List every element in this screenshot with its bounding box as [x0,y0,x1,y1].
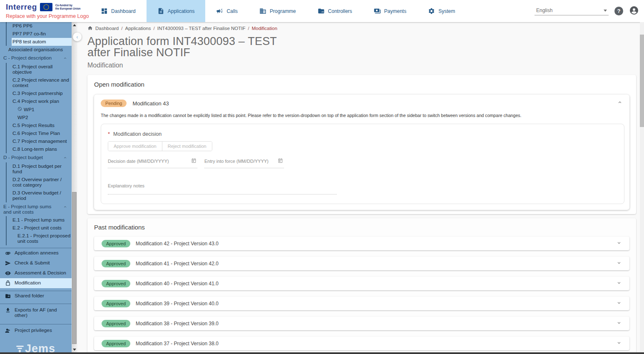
chevron-down-icon[interactable] [616,240,622,247]
download-icon [5,307,11,313]
sidebar-item-e2[interactable]: E.2 - Project unit costs [12,224,72,232]
nav-programme[interactable]: Programme [249,0,307,22]
programme-logo: Interreg Co-funded bythe European Union … [0,0,90,22]
sidebar-section-d-header[interactable]: D - Project budget [0,153,72,162]
system-icon [428,7,435,15]
modification-row[interactable]: Approved Modification 42 - Project Versi… [94,237,629,250]
required-marker: * [108,131,110,137]
status-badge-approved: Approved [102,280,130,287]
sidebar-item-d2[interactable]: D.2 Overview partner / cost category [12,176,72,189]
sidebar-item-c3[interactable]: C.3 Project partnership [12,90,72,97]
reject-modification-button[interactable]: Reject modification [162,142,212,151]
sidebar-item-exports[interactable]: Exports for AF (and other) [0,304,72,322]
breadcrumb-dashboard[interactable]: Dashboard [95,26,119,31]
modification-row[interactable]: Approved Modification 40 - Project Versi… [94,277,629,290]
modification-43-header[interactable]: Pending Modification 43 [101,100,623,107]
sidebar-item-e1[interactable]: E.1 - Project lump sums [12,216,72,224]
collapse-panel-icon[interactable] [617,100,623,107]
partner-group: PP6 PP6 PP7 PP7 co-fin PP8 test autom [6,22,72,46]
sidebar-collapse-button[interactable]: ‹ [73,32,82,41]
sidebar-item-wp1[interactable]: WP1 [12,105,72,114]
top-bar: Interreg Co-funded bythe European Union … [0,0,644,22]
chevron-down-icon[interactable] [616,300,622,307]
home-icon[interactable] [87,25,93,31]
page-subtitle: Modification [87,62,636,69]
sidebar-item-c2[interactable]: C.2 Project relevance and context [12,76,72,90]
sidebar-item-c7[interactable]: C.7 Project management [12,137,72,145]
nav-applications[interactable]: Applications [147,0,206,22]
eu-cofunded-label: Co-funded bythe European Union [55,4,81,10]
sidebar-item-application-annexes[interactable]: Application annexes [0,248,72,258]
sidebar-section-e-header[interactable]: E - Project lump sums and unit costs [0,202,72,216]
sidebar-item-e21[interactable]: E.2.1 - Project proposed unit costs [12,232,72,245]
status-badge-pending: Pending [101,100,127,107]
calendar-icon[interactable] [278,157,283,165]
status-badge-approved: Approved [102,300,130,307]
sidebar-scrollbar[interactable] [72,22,77,352]
sidebar-item-c8[interactable]: C.8 Long-term plans [12,145,72,153]
calendar-icon[interactable] [191,157,196,165]
dashboard-icon [101,7,108,15]
sidebar-item-c4[interactable]: C.4 Project work plan [12,97,72,105]
nav-dashboard[interactable]: Dashboard [90,0,147,22]
entry-into-force-field[interactable]: Entry into force (MM/DD/YYYY) [204,157,284,168]
lock-icon [5,280,11,286]
modification-row[interactable]: Approved Modification 41 - Project Versi… [94,257,629,270]
chevron-down-icon[interactable] [616,320,622,327]
chevron-down-icon[interactable] [616,280,622,287]
attachment-icon [5,250,11,256]
status-badge-approved: Approved [102,320,130,327]
send-icon [5,260,11,266]
sidebar-item-pp8[interactable]: PP8 test autom [12,38,72,46]
sidebar-item-associated-organisations[interactable]: Associated organisations [0,46,72,54]
nav-payments[interactable]: Payments [363,0,417,22]
folder-icon [5,293,11,299]
nav-system[interactable]: System [417,0,466,22]
sidebar-item-check-submit[interactable]: Check & Submit [0,258,72,268]
modification-row[interactable]: Approved Modification 37 - Project Versi… [94,337,629,350]
open-modification-heading: Open modification [94,81,629,88]
approve-modification-button[interactable]: Approve modification [108,142,162,151]
chevron-down-icon[interactable] [616,260,622,267]
decision-date-field[interactable]: Decision date (MM/DD/YYYY) [108,157,197,168]
status-badge-approved: Approved [102,260,130,267]
sidebar-item-c1[interactable]: C.1 Project overall objective [12,63,72,76]
modification-decision-box: *Modification decision Approve modificat… [101,124,624,204]
sidebar-scrollbar-thumb[interactable] [72,192,77,344]
breadcrumb-modification[interactable]: Modification [252,26,277,31]
nav-controllers[interactable]: Controllers [307,0,363,22]
sidebar-section-c-header[interactable]: C - Project description [0,54,72,63]
sidebar-item-d3[interactable]: D.3 Overview budget / period [12,189,72,202]
sidebar-item-project-privileges[interactable]: Project privileges [0,324,72,336]
help-icon[interactable]: ? [614,7,623,15]
modification-row[interactable]: Approved Modification 39 - Project Versi… [94,297,629,310]
sidebar-item-d1[interactable]: D.1 Project budget per fund [12,162,72,176]
main-content: Dashboard / Applications / INT4300093 – … [77,22,640,352]
past-modifications-heading: Past modifications [94,224,629,231]
breadcrumb-project[interactable]: INT4300093 – TEST after Finalise NOTIF [157,26,246,31]
sidebar-item-pp6[interactable]: PP6 PP6 [12,22,72,30]
explanatory-notes-input[interactable]: Explanatory notes [108,182,337,194]
language-select[interactable]: English [535,7,609,15]
calls-icon [216,7,223,15]
scrollbar-down-icon[interactable] [72,347,77,352]
breadcrumb-applications[interactable]: Applications [125,26,151,31]
sidebar-item-assessment-decision[interactable]: Assessment & Decision [0,268,72,278]
page-scrollbar[interactable] [640,22,644,352]
page-scrollbar-thumb[interactable] [640,35,644,127]
sidebar-item-c5[interactable]: C.5 Project Results [12,122,72,130]
nav-calls[interactable]: Calls [205,0,249,22]
sidebar-item-modification[interactable]: Modification [0,278,72,288]
modification-row[interactable]: Approved Modification 38 - Project Versi… [94,317,629,330]
window-bottom-edge [0,352,644,354]
sidebar-item-pp7[interactable]: PP7 PP7 co-fin [12,30,72,38]
sidebar-item-wp2[interactable]: WP2 [12,114,72,122]
people-icon [5,328,11,334]
account-icon[interactable] [629,5,639,17]
sidebar-item-shared-folder[interactable]: Shared folder [0,291,72,301]
chevron-down-icon[interactable] [616,340,622,347]
scrollbar-up-icon[interactable] [72,22,77,27]
sidebar-item-c6[interactable]: C.6 Project Time Plan [12,130,72,137]
section-e-group: E.1 - Project lump sums E.2 - Project un… [6,216,72,245]
main-nav: Dashboard Applications Calls Programme C… [90,0,466,22]
